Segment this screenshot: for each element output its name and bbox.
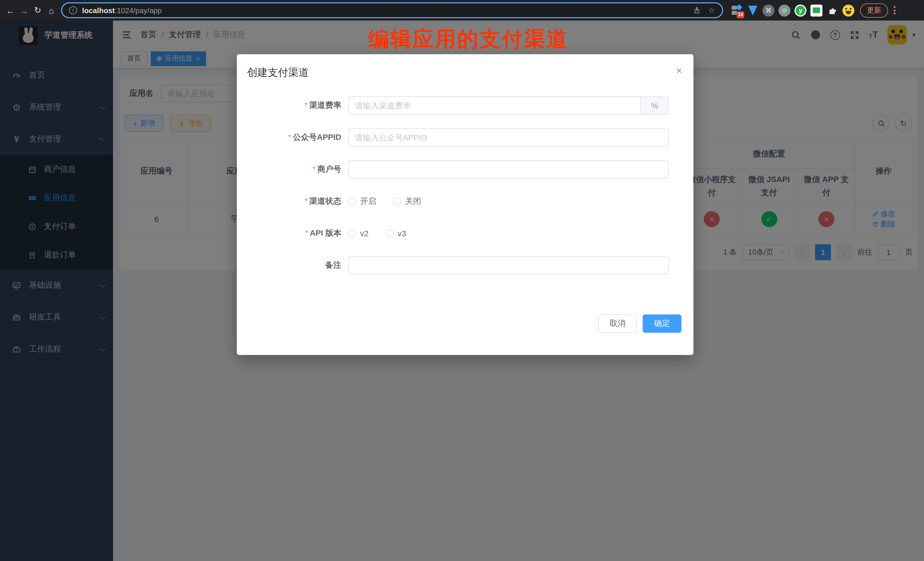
channel-rate-input[interactable] [348,96,640,115]
extension-toolbar: 10 ⌘ y [730,4,854,16]
form-row-api-version: *API 版本 v2 v3 [251,224,669,243]
confirm-button[interactable]: 确定 [643,315,681,333]
form-row-remark: 备注 [251,256,669,274]
extension-icon[interactable]: 10 [730,4,742,16]
field-label: 商户号 [317,164,341,174]
browser-forward-icon[interactable]: → [17,3,31,18]
field-label: 备注 [325,260,341,269]
extension-cmd-icon[interactable]: ⌘ [762,4,774,16]
field-label: API 版本 [310,228,341,237]
official-account-appid-input[interactable] [348,128,669,147]
extensions-puzzle-icon[interactable] [826,4,838,16]
percent-append: % [640,96,669,115]
extension-kite-icon[interactable] [747,4,759,16]
dialog-header: 创建支付渠道 × [237,54,693,80]
field-label: 渠道费率 [309,100,341,110]
extension-y-icon[interactable]: y [795,4,806,16]
browser-reload-icon[interactable]: ↻ [31,3,45,18]
radio-icon [393,198,401,206]
extension-chat-icon[interactable] [810,4,822,16]
dialog-footer: 取消 确定 [237,288,693,333]
screen: ← → ↻ ⌂ i localhost :1024/pay/app ☆ 10 ⌘… [0,0,924,561]
extension-badge: 10 [737,11,744,18]
dialog-title: 创建支付渠道 [247,66,309,80]
radio-api-v3[interactable]: v3 [386,229,406,238]
radio-icon [348,198,356,206]
annotation-text: 编辑应用的支付渠道 [368,25,568,54]
browser-update-button[interactable]: 更新 [860,3,888,17]
browser-home-icon[interactable]: ⌂ [45,3,58,18]
create-pay-channel-dialog: 创建支付渠道 × *渠道费率 % *公众号APPID * [237,54,693,355]
radio-status-open[interactable]: 开启 [348,196,376,207]
dialog-close-icon[interactable]: × [676,66,682,76]
dialog-form: *渠道费率 % *公众号APPID *商户号 [237,80,693,274]
field-label: 公众号APPID [293,132,341,141]
field-label: 渠道状态 [309,196,341,206]
cancel-button[interactable]: 取消 [598,315,637,333]
address-bar[interactable]: i localhost :1024/pay/app ☆ [61,2,723,18]
browser-menu-icon[interactable] [894,6,896,14]
share-icon[interactable] [693,6,701,14]
url-host: localhost [82,6,115,15]
remark-input[interactable] [348,256,669,274]
radio-icon [386,230,394,237]
radio-api-v2[interactable]: v2 [348,229,369,238]
profile-emoji-avatar[interactable] [842,4,854,16]
radio-icon [348,230,356,237]
radio-status-closed[interactable]: 关闭 [393,196,421,207]
url-path: :1024/pay/app [115,6,162,15]
browser-back-icon[interactable]: ← [3,3,17,18]
form-row-appid: *公众号APPID [251,128,669,147]
browser-chrome: ← → ↻ ⌂ i localhost :1024/pay/app ☆ 10 ⌘… [0,0,924,21]
extension-dot-icon[interactable] [778,4,790,16]
site-info-icon[interactable]: i [69,6,77,14]
bookmark-star-icon[interactable]: ☆ [708,6,715,15]
merchant-id-input[interactable] [348,160,669,178]
form-row-rate: *渠道费率 % [251,96,669,115]
form-row-status: *渠道状态 开启 关闭 [251,192,669,211]
form-row-merchant-id: *商户号 [251,160,669,178]
